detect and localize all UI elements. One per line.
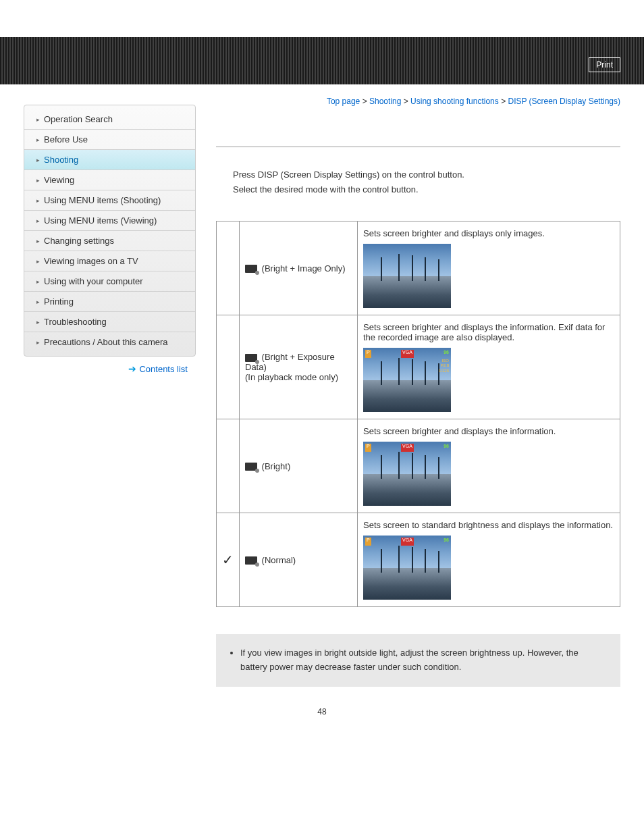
sidebar-item-label: Operation Search: [44, 114, 113, 124]
sidebar-item[interactable]: ▸Viewing images on a TV: [24, 251, 195, 271]
mode-label-cell: (Normal): [240, 513, 358, 607]
sidebar-item-label: Precautions / About this camera: [44, 337, 168, 347]
display-mode-icon: [245, 463, 257, 471]
note-box: If you view images in bright outside lig…: [216, 634, 620, 687]
preview-image: PVGA96ISOF2.81/125: [363, 348, 451, 412]
sidebar-item-label: Troubleshooting: [44, 317, 107, 327]
preview-overlay: PVGA96: [365, 444, 449, 452]
divider: [216, 147, 620, 147]
table-row: (Bright + Exposure Data)(In playback mod…: [217, 315, 620, 419]
page-number: 48: [0, 687, 644, 737]
sidebar-item[interactable]: ▸Operation Search: [24, 109, 195, 130]
check-cell: [217, 419, 240, 513]
breadcrumb-separator: >: [360, 97, 369, 106]
sidebar-item-label: Changing settings: [44, 236, 114, 246]
mode-label-cell: (Bright): [240, 419, 358, 513]
sidebar-item[interactable]: ▸Using with your computer: [24, 271, 195, 292]
mode-desc-cell: Sets screen brighter and displays the in…: [358, 315, 620, 419]
display-mode-icon: [245, 556, 257, 565]
sidebar-wrap: ▸Operation Search▸Before Use▸Shooting▸Vi…: [24, 84, 196, 687]
sidebar-item-label: Viewing: [44, 175, 74, 185]
sidebar-item-label: Using MENU items (Shooting): [44, 195, 161, 205]
sidebar-item[interactable]: ▸Viewing: [24, 170, 195, 190]
arrow-right-icon: ➔: [128, 363, 136, 374]
mode-desc-cell: Sets screen brighter and displays only i…: [358, 221, 620, 315]
preview-overlay: PVGA96: [365, 538, 449, 546]
breadcrumb-separator: >: [401, 97, 410, 106]
preview-image: [363, 244, 451, 308]
sidebar-item[interactable]: ▸Changing settings: [24, 231, 195, 251]
intro-line: Press DISP (Screen Display Settings) on …: [233, 167, 620, 182]
intro-line: Select the desired mode with the control…: [233, 182, 620, 197]
intro-text: Press DISP (Screen Display Settings) on …: [216, 161, 620, 211]
sidebar-item[interactable]: ▸Printing: [24, 292, 195, 312]
sidebar-item-label: Viewing images on a TV: [44, 256, 138, 266]
triangle-right-icon: ▸: [36, 298, 40, 305]
contents-list-row: ➔Contents list: [24, 357, 196, 377]
preview-image: PVGA96: [363, 536, 451, 600]
checkmark-icon: ✓: [222, 552, 234, 567]
sidebar-item-label: Printing: [44, 296, 74, 307]
preview-image: PVGA96: [363, 442, 451, 506]
triangle-right-icon: ▸: [36, 319, 40, 325]
table-row: (Bright)Sets screen brighter and display…: [217, 419, 620, 513]
mode-label-cell: (Bright + Image Only): [240, 221, 358, 315]
triangle-right-icon: ▸: [36, 217, 40, 224]
triangle-right-icon: ▸: [36, 197, 40, 204]
mode-description: Sets screen brighter and displays the in…: [363, 322, 614, 342]
check-cell: [217, 315, 240, 419]
display-mode-icon: [245, 265, 257, 273]
triangle-right-icon: ▸: [36, 116, 40, 123]
breadcrumb-link[interactable]: Shooting: [369, 97, 401, 106]
mode-label: (Normal): [259, 555, 296, 565]
breadcrumb-link[interactable]: Top page: [327, 97, 360, 106]
breadcrumb-link[interactable]: DISP (Screen Display Settings): [508, 97, 620, 106]
preview-overlay: PVGA96: [365, 350, 449, 358]
breadcrumb-separator: >: [499, 97, 508, 106]
display-mode-icon: [245, 354, 257, 362]
breadcrumb-link[interactable]: Using shooting functions: [410, 97, 499, 106]
sidebar-item[interactable]: ▸Precautions / About this camera: [24, 332, 195, 352]
triangle-right-icon: ▸: [36, 278, 40, 285]
triangle-right-icon: ▸: [36, 157, 40, 163]
exif-overlay: ISOF2.81/125: [439, 359, 449, 373]
mode-label-cell: (Bright + Exposure Data)(In playback mod…: [240, 315, 358, 419]
sidebar-item[interactable]: ▸Shooting: [24, 150, 195, 170]
note-text: If you view images in bright outside lig…: [240, 646, 606, 675]
sidebar-item-label: Before Use: [44, 134, 88, 145]
check-cell: [217, 221, 240, 315]
sidebar-item[interactable]: ▸Using MENU items (Shooting): [24, 190, 195, 211]
sidebar-item-label: Shooting: [44, 155, 78, 165]
mode-desc-cell: Sets screen to standard brightness and d…: [358, 513, 620, 607]
mode-table: (Bright + Image Only)Sets screen brighte…: [216, 221, 620, 607]
sidebar-item-label: Using MENU items (Viewing): [44, 215, 157, 226]
sidebar: ▸Operation Search▸Before Use▸Shooting▸Vi…: [24, 105, 196, 357]
table-row: (Bright + Image Only)Sets screen brighte…: [217, 221, 620, 315]
mode-label: (Bright): [259, 461, 290, 471]
contents-list-link[interactable]: Contents list: [139, 364, 188, 374]
sidebar-item[interactable]: ▸Before Use: [24, 130, 195, 150]
table-row: ✓ (Normal)Sets screen to standard bright…: [217, 513, 620, 607]
print-button[interactable]: Print: [589, 57, 620, 72]
mode-description: Sets screen brighter and displays the in…: [363, 426, 614, 436]
sidebar-item[interactable]: ▸Using MENU items (Viewing): [24, 211, 195, 231]
triangle-right-icon: ▸: [36, 136, 40, 143]
triangle-right-icon: ▸: [36, 258, 40, 265]
mode-sublabel: (In playback mode only): [245, 372, 352, 382]
main-content: Top page > Shooting > Using shooting fun…: [196, 84, 620, 687]
mode-desc-cell: Sets screen brighter and displays the in…: [358, 419, 620, 513]
sidebar-item-label: Using with your computer: [44, 276, 143, 286]
sidebar-item[interactable]: ▸Troubleshooting: [24, 312, 195, 332]
check-cell: ✓: [217, 513, 240, 607]
mode-description: Sets screen to standard brightness and d…: [363, 520, 614, 530]
mode-description: Sets screen brighter and displays only i…: [363, 228, 614, 238]
header-band: Print: [0, 37, 644, 84]
triangle-right-icon: ▸: [36, 177, 40, 184]
breadcrumb: Top page > Shooting > Using shooting fun…: [216, 84, 620, 113]
triangle-right-icon: ▸: [36, 339, 40, 346]
triangle-right-icon: ▸: [36, 238, 40, 244]
mode-label: (Bright + Image Only): [259, 263, 346, 273]
